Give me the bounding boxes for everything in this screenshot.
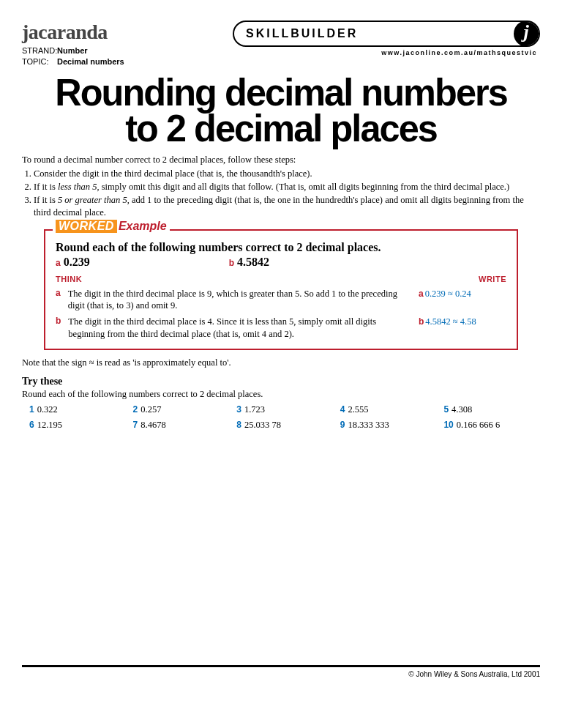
think-b-text: The digit in the third decimal place is … — [68, 316, 414, 340]
page-title: Rounding decimal numbers to 2 decimal pl… — [30, 75, 533, 147]
worked-item-a: a The digit in the third decimal place i… — [56, 288, 506, 312]
topic-value: Decimal numbers — [57, 57, 124, 66]
j-icon: j — [514, 21, 540, 47]
try-item: 918.333 333 — [340, 420, 437, 431]
meta-block: STRAND:Number TOPIC:Decimal numbers — [22, 45, 124, 67]
think-a-text: The digit in the third decimal place is … — [68, 288, 414, 312]
worked-b-value: 4.5842 — [237, 256, 269, 268]
intro-lead: To round a decimal number correct to 2 d… — [22, 154, 540, 166]
topic-label: TOPIC: — [22, 56, 57, 67]
try-item: 42.555 — [340, 404, 437, 415]
think-label: THINK — [56, 275, 82, 283]
try-item: 20.257 — [133, 404, 230, 415]
try-these-instruction: Round each of the following numbers corr… — [22, 389, 540, 400]
step-item: If it is 5 or greater than 5, add 1 to t… — [34, 194, 540, 219]
write-a-text: 0.239 ≈ 0.24 — [425, 289, 471, 299]
label-b: b — [56, 316, 61, 340]
step-item: If it is less than 5, simply omit this d… — [34, 181, 540, 193]
skillbuilder-column: SKILLBUILDER j www.jaconline.com.au/math… — [135, 21, 540, 56]
intro-block: To round a decimal number correct to 2 d… — [22, 154, 540, 218]
worked-item-b: b The digit in the third decimal place i… — [56, 316, 506, 340]
brand-logo: jacaranda — [22, 21, 124, 44]
label-a: a — [56, 288, 61, 312]
steps-list: Consider the digit in the third decimal … — [34, 168, 540, 219]
label-a: a — [419, 289, 424, 299]
try-item: 78.4678 — [133, 420, 230, 431]
worked-columns-header: THINK WRITE — [56, 275, 506, 283]
try-item: 54.308 — [443, 404, 540, 415]
label-b: b — [419, 316, 424, 327]
brand-column: jacaranda STRAND:Number TOPIC:Decimal nu… — [22, 21, 124, 67]
worked-a-value: 0.239 — [64, 256, 90, 268]
page-title-line2: to 2 decimal places — [125, 107, 437, 149]
write-label: WRITE — [479, 275, 506, 283]
worked-questions: a0.239 b4.5842 — [56, 256, 506, 269]
try-these-title: Try these — [22, 376, 540, 387]
try-item: 612.195 — [29, 420, 126, 431]
worked-example-badge: WORKED Example — [53, 220, 170, 233]
label-a: a — [56, 258, 61, 268]
strand-value: Number — [57, 46, 88, 55]
skillbuilder-pill: SKILLBUILDER j — [233, 21, 540, 47]
step-item: Consider the digit in the third decimal … — [34, 168, 540, 180]
skillbuilder-title: SKILLBUILDER — [246, 27, 514, 40]
try-item: 825.033 78 — [236, 420, 333, 431]
write-b-text: 4.5842 ≈ 4.58 — [425, 316, 476, 327]
try-item: 31.723 — [236, 404, 333, 415]
footer-rule — [22, 665, 540, 667]
try-these-grid: 10.322 20.257 31.723 42.555 54.308 612.1… — [29, 404, 540, 431]
worked-badge-example: Example — [117, 220, 167, 233]
label-b: b — [229, 258, 234, 268]
strand-label: STRAND: — [22, 45, 57, 56]
j-icon-letter: j — [523, 23, 528, 42]
copyright-text: © John Wiley & Sons Australia, Ltd 2001 — [22, 670, 540, 678]
skillbuilder-url: www.jaconline.com.au/mathsquestvic — [233, 49, 540, 56]
try-item: 10.322 — [29, 404, 126, 415]
try-item: 100.166 666 6 — [443, 420, 540, 431]
worked-badge-worked: WORKED — [56, 220, 117, 233]
approx-note: Note that the sign ≈ is read as 'is appr… — [22, 357, 540, 368]
worked-example-box: WORKED Example Round each of the followi… — [44, 229, 518, 350]
worked-instruction: Round each of the following numbers corr… — [56, 241, 506, 254]
page-header: jacaranda STRAND:Number TOPIC:Decimal nu… — [22, 21, 540, 67]
